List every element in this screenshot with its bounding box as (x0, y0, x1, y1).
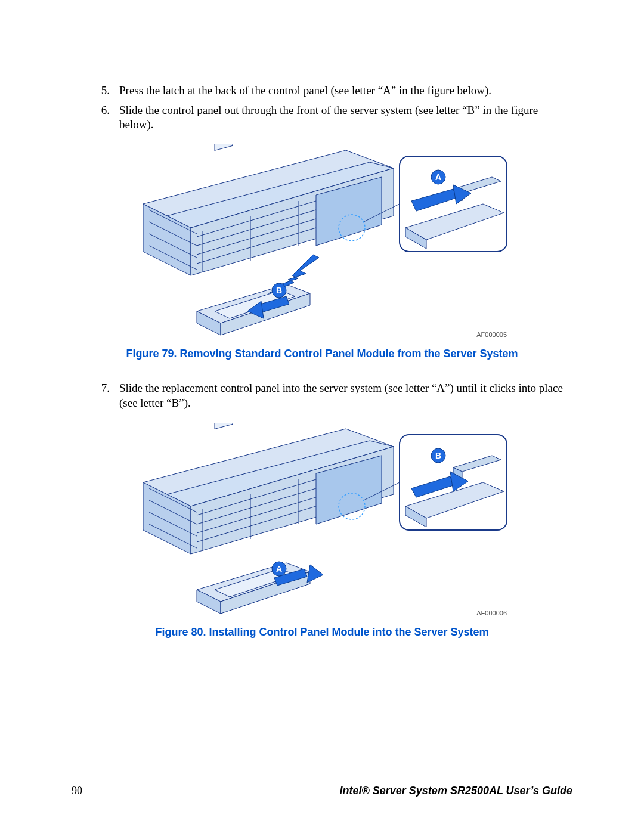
footer-title: Intel® Server System SR2500AL User’s Gui… (340, 785, 572, 797)
figure-caption: Figure 79. Removing Standard Control Pan… (119, 347, 525, 361)
list-item: 5. Press the latch at the back of the co… (95, 83, 572, 98)
list-text: Slide the control panel out through the … (119, 103, 572, 132)
ordered-list: 5. Press the latch at the back of the co… (72, 83, 572, 132)
list-number: 6. (95, 103, 110, 132)
list-number: 5. (95, 83, 110, 98)
list-item: 7. Slide the replacement control panel i… (95, 381, 572, 410)
list-text: Press the latch at the back of the contr… (119, 83, 572, 98)
figure-79: A B AF000005 (131, 144, 513, 341)
callout-b: B (276, 286, 282, 295)
callout-b: B (435, 451, 441, 460)
list-text: Slide the replacement control panel into… (119, 381, 572, 410)
figure-id-label: AF000006 (476, 609, 507, 617)
page-number: 90 (72, 785, 82, 797)
list-item: 6. Slide the control panel out through t… (95, 103, 572, 132)
list-number: 7. (95, 381, 110, 410)
ordered-list-cont: 7. Slide the replacement control panel i… (72, 381, 572, 410)
page: 5. Press the latch at the back of the co… (0, 0, 644, 833)
page-footer: 90 Intel® Server System SR2500AL User’s … (72, 785, 572, 797)
figure-80: B A AF000006 (131, 423, 513, 620)
figure-caption: Figure 80. Installing Control Panel Modu… (119, 625, 525, 639)
figure-id-label: AF000005 (476, 331, 507, 338)
svg-rect-52 (215, 423, 233, 429)
svg-rect-16 (215, 144, 233, 150)
callout-a: A (276, 564, 282, 574)
svg-marker-69 (307, 565, 323, 583)
callout-a: A (435, 172, 441, 182)
